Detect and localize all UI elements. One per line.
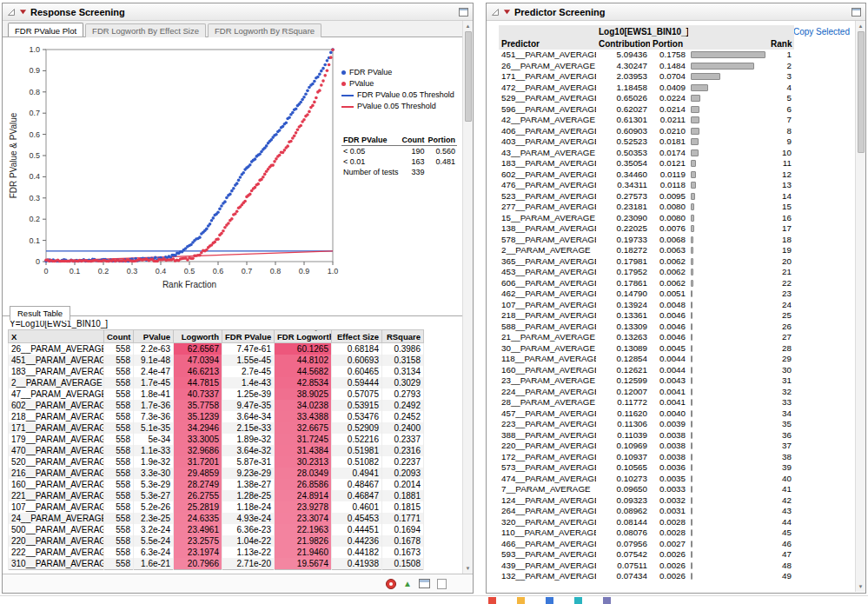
predictor-row[interactable]: 160__PARAM_AVERAGE0.126210.004430 <box>499 365 794 376</box>
result-row[interactable]: 470__PARAM_AVERAGE5581.1e-3332.96863.64e… <box>9 445 424 456</box>
predictor-row[interactable]: 43__PARAM_AVERAGE0.503530.017410 <box>499 148 794 159</box>
result-row[interactable]: 222__PARAM_AVERAGE5586.3e-2423.19741.13e… <box>9 547 424 558</box>
predictor-row[interactable]: 578__PARAM_AVERAGE0.197330.006818 <box>499 235 794 246</box>
green-arrow-icon[interactable]: ▲ <box>403 579 412 589</box>
window-panel-icon[interactable] <box>851 8 861 17</box>
result-row[interactable]: 171__PARAM_AVERAGE5585.1e-3534.29462.15e… <box>9 422 424 434</box>
result-row[interactable]: 602__PARAM_AVERAGE5581.7e-3635.77589.47e… <box>9 400 424 411</box>
scroll-up-icon[interactable]: ▲ <box>463 21 474 31</box>
predictor-row[interactable]: 7__PARAM_AVERAGE0.096500.003341 <box>499 484 794 495</box>
result-row[interactable]: 107__PARAM_AVERAGE5585.2e-2625.28191.18e… <box>9 501 424 513</box>
result-row[interactable]: 520__PARAM_AVERAGE5581.9e-3231.72015.87e… <box>9 456 424 468</box>
predictor-row[interactable]: 118__PARAM_AVERAGE0.128540.004429 <box>499 354 794 365</box>
predictor-column-header[interactable]: Predictor <box>499 37 596 50</box>
predictor-row[interactable]: 110__PARAM_AVERAGE0.080760.002845 <box>499 528 794 539</box>
window-icon[interactable] <box>419 579 430 588</box>
window-panel-icon[interactable] <box>459 8 468 17</box>
result-row[interactable]: 310__PARAM_AVERAGE5581.6e-2120.79662.71e… <box>9 558 424 570</box>
portion-column-header[interactable]: Portion <box>650 37 768 50</box>
record-script-icon[interactable] <box>386 579 396 589</box>
tab-fdr-logworth-by-effect-size[interactable]: FDR Logworth By Effect Size <box>85 23 206 37</box>
predictor-row[interactable]: 124__PARAM_AVERAGE0.093230.003242 <box>499 495 794 507</box>
result-row[interactable]: 221__PARAM_AVERAGE5585.3e-2726.27551.28e… <box>9 490 424 501</box>
predictor-row[interactable]: 602__PARAM_AVERAGE0.344600.011912 <box>499 169 794 181</box>
result-column-header[interactable]: Logworth <box>174 330 222 343</box>
scroll-up-icon[interactable]: ▲ <box>856 21 866 31</box>
taskbar-app-icon[interactable] <box>603 597 611 604</box>
result-row[interactable]: 24__PARAM_AVERAGE5582.3e-2524.63354.93e-… <box>9 513 424 524</box>
predictor-row[interactable]: 26__PARAM_AVERAGE4.302470.14842 <box>499 61 794 72</box>
predictor-row[interactable]: 220__PARAM_AVERAGE0.109690.003837 <box>499 441 794 452</box>
predictor-row[interactable]: 606__PARAM_AVERAGE0.178610.006222 <box>499 278 794 289</box>
result-row[interactable]: 2__PARAM_AVERAGE5581.7e-4544.78151.4e-43… <box>9 377 424 388</box>
predictor-row[interactable]: 224__PARAM_AVERAGE0.120070.004132 <box>499 387 794 398</box>
predictor-row[interactable]: 223__PARAM_AVERAGE0.113060.003935 <box>499 419 794 430</box>
red-triangle-menu-icon[interactable] <box>19 8 27 16</box>
tab-fdr-pvalue-plot[interactable]: FDR PValue Plot <box>8 23 83 37</box>
result-row[interactable]: 500__PARAM_AVERAGE5583.2e-2423.49616.36e… <box>9 524 424 535</box>
predictor-row[interactable]: 476__PARAM_AVERAGE0.343110.011813 <box>499 180 794 191</box>
result-row[interactable]: 216__PARAM_AVERAGE5583.3e-3029.48599.23e… <box>9 468 424 479</box>
predictor-row[interactable]: 42__PARAM_AVERAGE0.613010.02117 <box>499 115 794 126</box>
result-column-header[interactable]: Effect Size <box>332 330 382 343</box>
result-row[interactable]: 220__PARAM_AVERAGE5585.5e-2423.25751.04e… <box>9 535 424 547</box>
scroll-thumb[interactable] <box>858 31 865 153</box>
taskbar-app-icon[interactable] <box>517 597 525 604</box>
result-column-header[interactable]: FDR PValue <box>222 330 275 343</box>
document-icon[interactable] <box>437 579 447 589</box>
predictor-row[interactable]: 457__PARAM_AVERAGE0.116200.004034 <box>499 408 794 420</box>
result-column-header[interactable]: Count <box>104 330 134 343</box>
predictor-row[interactable]: 23__PARAM_AVERAGE0.125990.004331 <box>499 375 794 387</box>
scroll-thumb[interactable] <box>465 31 472 122</box>
predictor-row[interactable]: 183__PARAM_AVERAGE0.350540.012111 <box>499 158 794 169</box>
predictor-row[interactable]: 406__PARAM_AVERAGE0.609030.02108 <box>499 126 794 137</box>
red-triangle-menu-icon[interactable] <box>503 8 511 16</box>
predictor-row[interactable]: 172__PARAM_AVERAGE0.109370.003838 <box>499 452 794 463</box>
predictor-row[interactable]: 403__PARAM_AVERAGE0.525230.01819 <box>499 136 794 148</box>
result-column-header[interactable]: FDR Logworthˇ <box>275 330 332 343</box>
outline-expander-icon[interactable] <box>7 8 16 17</box>
predictor-row[interactable]: 365__PARAM_AVERAGE0.179810.006220 <box>499 256 794 268</box>
predictor-row[interactable]: 171__PARAM_AVERAGE2.039530.07043 <box>499 71 794 83</box>
predictor-row[interactable]: 277__PARAM_AVERAGE0.231810.008015 <box>499 202 794 213</box>
predictor-row[interactable]: 264__PARAM_AVERAGE0.089620.003143 <box>499 506 794 517</box>
predictor-screening-titlebar[interactable]: Predictor Screening <box>487 3 865 21</box>
result-row[interactable]: 160__PARAM_AVERAGE5585.3e-2928.27491.38e… <box>9 479 424 490</box>
copy-selected-link[interactable]: Copy Selected <box>793 27 850 37</box>
result-row[interactable]: 179__PARAM_AVERAGE5585e-3433.30051.89e-3… <box>9 434 424 445</box>
result-row[interactable]: 183__PARAM_AVERAGE5582.4e-4746.62132.7e-… <box>9 366 424 377</box>
predictor-row[interactable]: 474__PARAM_AVERAGE0.102730.003540 <box>499 474 794 485</box>
predictor-row[interactable]: 472__PARAM_AVERAGE1.184580.04094 <box>499 83 794 94</box>
predictor-row[interactable]: 218__PARAM_AVERAGE0.133610.004625 <box>499 310 794 322</box>
predictor-row[interactable]: 596__PARAM_AVERAGE0.620270.02146 <box>499 104 794 116</box>
predictor-row[interactable]: 320__PARAM_AVERAGE0.081440.002844 <box>499 517 794 528</box>
predictor-row[interactable]: 107__PARAM_AVERAGE0.139240.004824 <box>499 300 794 311</box>
scroll-down-icon[interactable]: ▼ <box>463 563 474 574</box>
scroll-down-icon[interactable]: ▼ <box>856 581 866 592</box>
predictor-row[interactable]: 573__PARAM_AVERAGE0.105650.003639 <box>499 462 794 474</box>
predictor-row[interactable]: 523__PARAM_AVERAGE0.275730.009514 <box>499 191 794 202</box>
result-row[interactable]: 218__PARAM_AVERAGE5587.3e-3635.12393.64e… <box>9 411 424 422</box>
predictor-row[interactable]: 138__PARAM_AVERAGE0.220250.007617 <box>499 223 794 235</box>
contribution-column-header[interactable]: Contribution <box>596 37 650 50</box>
predictor-row[interactable]: 132__PARAM_AVERAGE0.074340.002649 <box>499 571 794 582</box>
result-table-tab[interactable]: Result Table <box>10 306 70 321</box>
taskbar-app-icon[interactable] <box>546 597 553 604</box>
taskbar-app-icon[interactable] <box>574 597 582 604</box>
predictor-row[interactable]: 28__PARAM_AVERAGE0.117720.004133 <box>499 397 794 408</box>
result-column-header[interactable]: RSquare <box>382 330 424 343</box>
predictor-row[interactable]: 588__PARAM_AVERAGE0.133090.004626 <box>499 322 794 333</box>
rank-column-header[interactable]: Rank <box>768 37 794 50</box>
predictor-row[interactable]: 388__PARAM_AVERAGE0.110390.003836 <box>499 430 794 441</box>
fdr-pvalue-plot[interactable]: 00.10.20.30.40.50.60.70.80.91.000.10.20.… <box>6 41 341 302</box>
predictor-scrollbar[interactable]: ▲ ▼ <box>855 21 865 592</box>
taskbar-app-icon[interactable] <box>488 597 496 604</box>
response-screening-titlebar[interactable]: Response Screening <box>3 3 473 21</box>
predictor-row[interactable]: 2__PARAM_AVERAGE0.182720.006319 <box>499 245 794 256</box>
result-column-header[interactable]: X <box>9 330 104 343</box>
predictor-row[interactable]: 15__PARAM_AVERAGE0.230900.008016 <box>499 213 794 224</box>
predictor-row[interactable]: 593__PARAM_AVERAGE0.075420.002647 <box>499 549 794 561</box>
outline-expander-icon[interactable] <box>491 8 500 17</box>
result-column-header[interactable]: PValue <box>134 330 174 343</box>
response-scrollbar[interactable]: ▲ ▼ <box>462 21 473 574</box>
